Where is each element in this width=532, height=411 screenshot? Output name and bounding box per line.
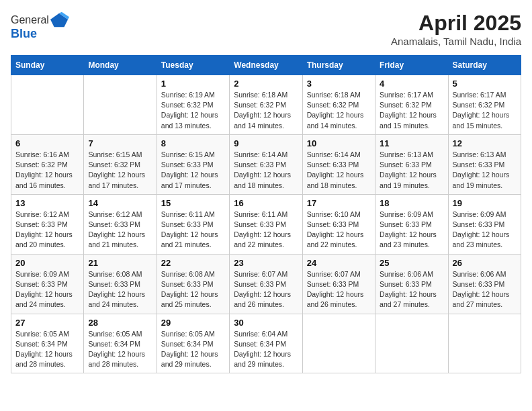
- calendar-cell: 21Sunrise: 6:08 AM Sunset: 6:33 PM Dayli…: [84, 254, 157, 314]
- day-number: 3: [307, 79, 371, 89]
- day-info: Sunrise: 6:19 AM Sunset: 6:32 PM Dayligh…: [161, 90, 225, 131]
- calendar-day-header: Friday: [375, 56, 448, 75]
- day-number: 30: [234, 318, 298, 328]
- day-info: Sunrise: 6:10 AM Sunset: 6:33 PM Dayligh…: [307, 210, 371, 250]
- calendar-cell: 26Sunrise: 6:06 AM Sunset: 6:33 PM Dayli…: [448, 254, 521, 314]
- day-info: Sunrise: 6:12 AM Sunset: 6:33 PM Dayligh…: [88, 210, 152, 250]
- day-number: 26: [453, 258, 517, 268]
- calendar-cell: 8Sunrise: 6:15 AM Sunset: 6:33 PM Daylig…: [157, 134, 229, 194]
- day-info: Sunrise: 6:18 AM Sunset: 6:32 PM Dayligh…: [234, 90, 298, 131]
- calendar-cell: [302, 314, 375, 373]
- calendar-cell: 5Sunrise: 6:17 AM Sunset: 6:32 PM Daylig…: [448, 75, 521, 135]
- day-info: Sunrise: 6:05 AM Sunset: 6:34 PM Dayligh…: [88, 329, 152, 370]
- day-number: 19: [453, 198, 517, 208]
- calendar-cell: 19Sunrise: 6:09 AM Sunset: 6:33 PM Dayli…: [448, 194, 521, 254]
- day-info: Sunrise: 6:09 AM Sunset: 6:33 PM Dayligh…: [453, 210, 517, 250]
- calendar-day-header: Tuesday: [157, 56, 229, 75]
- calendar-cell: 3Sunrise: 6:18 AM Sunset: 6:32 PM Daylig…: [302, 75, 375, 135]
- calendar-cell: 4Sunrise: 6:17 AM Sunset: 6:32 PM Daylig…: [375, 75, 448, 135]
- calendar-cell: 9Sunrise: 6:14 AM Sunset: 6:33 PM Daylig…: [230, 134, 302, 194]
- calendar-cell: 20Sunrise: 6:09 AM Sunset: 6:33 PM Dayli…: [11, 254, 84, 314]
- calendar-cell: 13Sunrise: 6:12 AM Sunset: 6:33 PM Dayli…: [11, 194, 84, 254]
- day-info: Sunrise: 6:17 AM Sunset: 6:32 PM Dayligh…: [380, 90, 443, 131]
- calendar-week-row: 1Sunrise: 6:19 AM Sunset: 6:32 PM Daylig…: [11, 75, 521, 135]
- calendar-cell: [375, 314, 448, 373]
- calendar-table: SundayMondayTuesdayWednesdayThursdayFrid…: [11, 55, 521, 373]
- day-info: Sunrise: 6:07 AM Sunset: 6:33 PM Dayligh…: [307, 269, 371, 310]
- logo: General Blue: [11, 11, 69, 41]
- calendar-week-row: 20Sunrise: 6:09 AM Sunset: 6:33 PM Dayli…: [11, 254, 521, 314]
- day-info: Sunrise: 6:15 AM Sunset: 6:32 PM Dayligh…: [88, 150, 152, 191]
- calendar-cell: 23Sunrise: 6:07 AM Sunset: 6:33 PM Dayli…: [230, 254, 302, 314]
- calendar-cell: 27Sunrise: 6:05 AM Sunset: 6:34 PM Dayli…: [11, 314, 84, 373]
- day-number: 16: [234, 198, 298, 208]
- day-info: Sunrise: 6:14 AM Sunset: 6:33 PM Dayligh…: [307, 150, 371, 191]
- day-number: 13: [15, 198, 79, 208]
- day-number: 27: [15, 318, 79, 328]
- calendar-cell: 12Sunrise: 6:13 AM Sunset: 6:33 PM Dayli…: [448, 134, 521, 194]
- calendar-cell: 28Sunrise: 6:05 AM Sunset: 6:34 PM Dayli…: [84, 314, 157, 373]
- day-info: Sunrise: 6:08 AM Sunset: 6:33 PM Dayligh…: [161, 269, 225, 310]
- day-info: Sunrise: 6:12 AM Sunset: 6:33 PM Dayligh…: [15, 210, 79, 250]
- calendar-header-row: SundayMondayTuesdayWednesdayThursdayFrid…: [11, 56, 521, 75]
- day-number: 1: [161, 79, 225, 89]
- calendar-day-header: Thursday: [302, 56, 375, 75]
- day-info: Sunrise: 6:05 AM Sunset: 6:34 PM Dayligh…: [15, 329, 79, 370]
- calendar-cell: 7Sunrise: 6:15 AM Sunset: 6:32 PM Daylig…: [84, 134, 157, 194]
- calendar-week-row: 27Sunrise: 6:05 AM Sunset: 6:34 PM Dayli…: [11, 314, 521, 373]
- day-number: 20: [15, 258, 79, 268]
- day-number: 21: [88, 258, 152, 268]
- day-info: Sunrise: 6:06 AM Sunset: 6:33 PM Dayligh…: [453, 269, 517, 310]
- subtitle: Anamalais, Tamil Nadu, India: [391, 36, 521, 47]
- day-info: Sunrise: 6:14 AM Sunset: 6:33 PM Dayligh…: [234, 150, 298, 191]
- calendar-day-header: Monday: [84, 56, 157, 75]
- calendar-cell: 29Sunrise: 6:05 AM Sunset: 6:34 PM Dayli…: [157, 314, 229, 373]
- calendar-cell: [84, 75, 157, 135]
- day-info: Sunrise: 6:13 AM Sunset: 6:33 PM Dayligh…: [380, 150, 443, 191]
- day-info: Sunrise: 6:13 AM Sunset: 6:33 PM Dayligh…: [453, 150, 517, 191]
- calendar-cell: 22Sunrise: 6:08 AM Sunset: 6:33 PM Dayli…: [157, 254, 229, 314]
- main-title: April 2025: [391, 11, 521, 36]
- calendar-day-header: Sunday: [11, 56, 84, 75]
- calendar-cell: 10Sunrise: 6:14 AM Sunset: 6:33 PM Dayli…: [302, 134, 375, 194]
- day-info: Sunrise: 6:07 AM Sunset: 6:33 PM Dayligh…: [234, 269, 298, 310]
- day-number: 25: [380, 258, 443, 268]
- calendar-cell: 17Sunrise: 6:10 AM Sunset: 6:33 PM Dayli…: [302, 194, 375, 254]
- day-info: Sunrise: 6:16 AM Sunset: 6:32 PM Dayligh…: [15, 150, 79, 191]
- day-number: 10: [307, 138, 371, 148]
- day-info: Sunrise: 6:08 AM Sunset: 6:33 PM Dayligh…: [88, 269, 152, 310]
- day-number: 12: [453, 138, 517, 148]
- calendar-cell: 1Sunrise: 6:19 AM Sunset: 6:32 PM Daylig…: [157, 75, 229, 135]
- day-number: 7: [88, 138, 152, 148]
- logo-icon: [50, 11, 69, 30]
- day-number: 22: [161, 258, 225, 268]
- day-number: 23: [234, 258, 298, 268]
- page-header: General Blue April 2025 Anamalais, Tamil…: [11, 11, 521, 47]
- calendar-cell: 24Sunrise: 6:07 AM Sunset: 6:33 PM Dayli…: [302, 254, 375, 314]
- logo-general-text: General: [11, 14, 49, 26]
- calendar-cell: 30Sunrise: 6:04 AM Sunset: 6:34 PM Dayli…: [230, 314, 302, 373]
- calendar-cell: 15Sunrise: 6:11 AM Sunset: 6:33 PM Dayli…: [157, 194, 229, 254]
- day-number: 8: [161, 138, 225, 148]
- calendar-cell: 18Sunrise: 6:09 AM Sunset: 6:33 PM Dayli…: [375, 194, 448, 254]
- calendar-week-row: 6Sunrise: 6:16 AM Sunset: 6:32 PM Daylig…: [11, 134, 521, 194]
- calendar-cell: [11, 75, 84, 135]
- calendar-day-header: Wednesday: [230, 56, 302, 75]
- day-number: 17: [307, 198, 371, 208]
- day-number: 2: [234, 79, 298, 89]
- day-number: 29: [161, 318, 225, 328]
- day-number: 15: [161, 198, 225, 208]
- day-number: 9: [234, 138, 298, 148]
- calendar-cell: 2Sunrise: 6:18 AM Sunset: 6:32 PM Daylig…: [230, 75, 302, 135]
- calendar-cell: 11Sunrise: 6:13 AM Sunset: 6:33 PM Dayli…: [375, 134, 448, 194]
- calendar-cell: [448, 314, 521, 373]
- calendar-cell: 6Sunrise: 6:16 AM Sunset: 6:32 PM Daylig…: [11, 134, 84, 194]
- day-number: 14: [88, 198, 152, 208]
- calendar-cell: 14Sunrise: 6:12 AM Sunset: 6:33 PM Dayli…: [84, 194, 157, 254]
- day-info: Sunrise: 6:06 AM Sunset: 6:33 PM Dayligh…: [380, 269, 443, 310]
- title-block: April 2025 Anamalais, Tamil Nadu, India: [391, 11, 521, 47]
- day-info: Sunrise: 6:05 AM Sunset: 6:34 PM Dayligh…: [161, 329, 225, 370]
- day-number: 4: [380, 79, 443, 89]
- day-info: Sunrise: 6:17 AM Sunset: 6:32 PM Dayligh…: [453, 90, 517, 131]
- calendar-day-header: Saturday: [448, 56, 521, 75]
